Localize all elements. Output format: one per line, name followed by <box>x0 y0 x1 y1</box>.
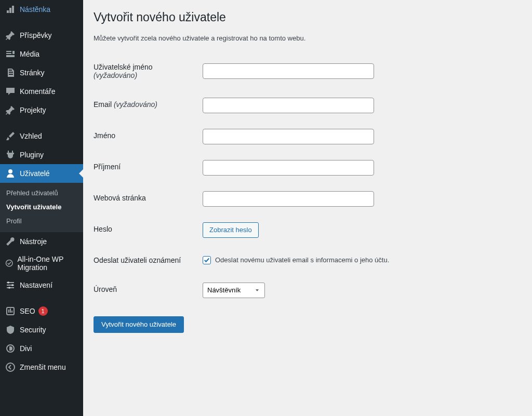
page-title: Vytvořit nového uživatele <box>94 5 522 28</box>
comment-icon <box>5 86 16 97</box>
svg-point-2 <box>11 284 14 286</box>
show-password-button[interactable]: Zobrazit heslo <box>203 222 259 238</box>
required-note: (vyžadováno) <box>114 100 157 109</box>
label-website: Webová stránka <box>94 183 197 214</box>
sidebar-item-plugins[interactable]: Pluginy <box>0 145 83 164</box>
sidebar-item-label: Příspěvky <box>20 31 51 39</box>
lastname-input[interactable] <box>203 160 374 176</box>
label-username: Uživatelské jméno (vyžadováno) <box>94 52 197 90</box>
brush-icon <box>5 131 16 141</box>
label-email: Email (vyžadováno) <box>94 90 197 121</box>
admin-sidebar: Nástěnka Příspěvky Média Stránky Komentá… <box>0 0 83 416</box>
label-firstname: Jméno <box>94 121 197 152</box>
sidebar-item-label: All-in-One WP Migration <box>18 255 78 272</box>
svg-point-3 <box>8 287 10 289</box>
sidebar-item-pages[interactable]: Stránky <box>0 63 83 82</box>
user-icon <box>5 168 16 179</box>
main-content: Vytvořit nového uživatele Můžete vytvoři… <box>83 0 532 416</box>
submenu-item-profile[interactable]: Profil <box>0 214 83 228</box>
sidebar-item-dashboard[interactable]: Nástěnka <box>0 0 83 19</box>
divi-icon <box>5 343 16 354</box>
collapse-icon <box>5 362 16 372</box>
sidebar-item-label: Security <box>20 326 46 334</box>
sliders-icon <box>5 280 16 290</box>
firstname-input[interactable] <box>203 129 374 144</box>
sidebar-item-label: Nástěnka <box>20 5 50 14</box>
sidebar-item-media[interactable]: Média <box>0 45 83 63</box>
sidebar-item-label: Komentáře <box>20 87 55 96</box>
sidebar-item-label: Uživatelé <box>20 169 50 178</box>
page-description: Můžete vytvořit zcela nového uživatele a… <box>94 34 522 42</box>
sidebar-item-label: Zmenšit menu <box>20 363 66 371</box>
media-icon <box>5 49 16 59</box>
sidebar-item-seo[interactable]: SEO 1 <box>0 302 83 320</box>
wrench-icon <box>5 236 16 247</box>
sidebar-item-tools[interactable]: Nástroje <box>0 232 83 251</box>
sidebar-submenu-users: Přehled uživatelů Vytvořit uživatele Pro… <box>0 183 83 232</box>
label-role: Úroveň <box>94 275 197 306</box>
sidebar-item-label: Média <box>20 50 39 58</box>
sidebar-item-label: Stránky <box>20 69 44 77</box>
plug-icon <box>5 150 16 160</box>
seo-badge: 1 <box>38 306 48 316</box>
svg-point-1 <box>7 281 9 284</box>
sidebar-item-posts[interactable]: Příspěvky <box>0 26 83 45</box>
sidebar-item-aio-migration[interactable]: All-in-One WP Migration <box>0 251 83 276</box>
sidebar-item-security[interactable]: Security <box>0 320 83 339</box>
label-text: Uživatelské jméno <box>94 63 153 71</box>
sidebar-item-divi[interactable]: Divi <box>0 339 83 358</box>
email-input[interactable] <box>203 98 374 113</box>
label-text: Email <box>94 100 112 109</box>
sidebar-item-label: Pluginy <box>20 151 44 159</box>
submenu-item-create[interactable]: Vytvořit uživatele <box>0 200 83 214</box>
pin-icon <box>5 105 16 115</box>
sidebar-item-users[interactable]: Uživatelé <box>0 164 83 183</box>
username-input[interactable] <box>203 63 374 79</box>
pages-icon <box>5 68 16 78</box>
svg-point-0 <box>6 260 12 266</box>
notify-checkbox-label: Odeslat novému uživateli email s informa… <box>215 256 389 264</box>
label-lastname: Příjmení <box>94 152 197 183</box>
sidebar-item-collapse[interactable]: Zmenšit menu <box>0 358 83 377</box>
sidebar-item-label: SEO <box>20 307 35 315</box>
website-input[interactable] <box>203 191 374 207</box>
seo-icon <box>5 306 16 316</box>
sidebar-item-label: Divi <box>20 344 32 353</box>
sidebar-item-appearance[interactable]: Vzhled <box>0 127 83 145</box>
sidebar-item-label: Nastavení <box>20 281 52 289</box>
label-notify: Odeslat uživateli oznámení <box>94 246 197 275</box>
submenu-item-overview[interactable]: Přehled uživatelů <box>0 186 83 200</box>
sidebar-item-projects[interactable]: Projekty <box>0 101 83 119</box>
label-password: Heslo <box>94 214 197 246</box>
migration-icon <box>5 258 14 269</box>
sidebar-item-settings[interactable]: Nastavení <box>0 276 83 294</box>
dashboard-icon <box>5 4 16 15</box>
shield-icon <box>5 325 16 335</box>
svg-point-6 <box>6 363 15 371</box>
checkbox-checked-icon <box>203 256 211 264</box>
sidebar-item-label: Vzhled <box>20 132 42 140</box>
submit-button[interactable]: Vytvořit nového uživatele <box>94 316 184 333</box>
sidebar-item-label: Projekty <box>20 106 46 114</box>
pin-icon <box>5 30 16 41</box>
notify-checkbox-row[interactable]: Odeslat novému uživateli email s informa… <box>203 256 516 264</box>
sidebar-item-label: Nástroje <box>20 237 47 246</box>
sidebar-item-comments[interactable]: Komentáře <box>0 82 83 101</box>
required-note: (vyžadováno) <box>94 71 137 79</box>
role-select[interactable]: Návštěvník <box>203 283 265 298</box>
